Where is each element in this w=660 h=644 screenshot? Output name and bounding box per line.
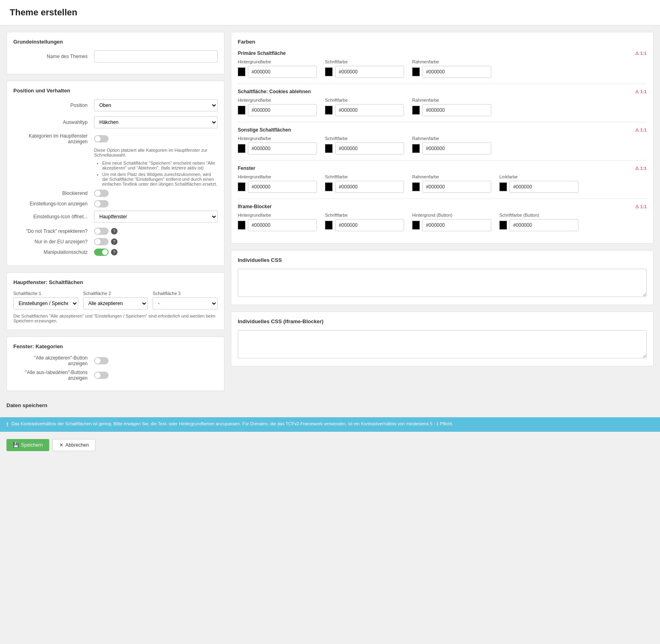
fenster-rahmen-swatch[interactable] (412, 182, 420, 191)
fenster-schrift-input[interactable] (335, 181, 404, 193)
einstellungs-oeffnet-row: Einstellungs-Icon öffnet... Hauptfenster… (13, 211, 218, 223)
sonstige-rahmen-swatch[interactable] (412, 144, 420, 153)
save-button[interactable]: 💾 Speichern (6, 439, 49, 451)
sonstige-schrift-input[interactable] (335, 142, 404, 155)
sonstige-rahmen-input[interactable] (422, 142, 491, 155)
fenster-schrift: Schriftfarbe (325, 174, 404, 193)
iframe-hintergrund-button-input[interactable] (422, 219, 491, 231)
fenster-rahmen-input[interactable] (422, 181, 491, 193)
manipulationsschutz-row: Manipulationsschutz ? (13, 249, 218, 256)
ablehnen-schrift-input[interactable] (335, 104, 404, 116)
ablehnen-section-title: Schaltfläche: Cookies ablehnen ⚠ 1:1 (238, 89, 647, 94)
kategorien-label: Kategorien im Hauptfenster anzeigen (13, 133, 94, 144)
schaltflaeche1-label: Schaltfläche 1 (13, 291, 78, 296)
individuelles-css-title: Individuelles CSS (238, 257, 647, 263)
iframe-contrast: ⚠ 1:1 (635, 204, 647, 209)
primaere-hintergrund: Hintergrundfarbe (238, 59, 317, 78)
iframe-section-title: Iframe-Blocker ⚠ 1:1 (238, 204, 647, 209)
floppy-icon: 💾 (13, 442, 19, 448)
do-not-track-label: "Do not Track" respektieren? (13, 228, 94, 234)
iframe-schrift-button-input[interactable] (509, 219, 578, 231)
iframe-color-row: Hintergrundfarbe Schriftfarbe Hintergrun… (238, 213, 647, 231)
individuelles-css-iframe-textarea[interactable] (238, 330, 647, 358)
iframe-hintergrund-swatch[interactable] (238, 221, 245, 230)
primaere-hintergrund-swatch[interactable] (238, 67, 245, 76)
alert-icon: ! (6, 421, 8, 428)
auswahltyp-select[interactable]: Häkchen Schalter (94, 116, 218, 128)
grundeinstellungen-title: Grundeinstellungen (13, 39, 218, 45)
iframe-schrift-input[interactable] (335, 219, 404, 231)
ablehnen-hintergrund-swatch[interactable] (238, 106, 245, 115)
daten-speichern-title: Daten speichern (6, 402, 654, 408)
cancel-button[interactable]: ✕ Abbrechen (52, 439, 96, 451)
farben-card: Farben Primäre Schaltfläche ⚠ 1:1 Hinter… (231, 32, 654, 244)
theme-name-input[interactable] (94, 50, 218, 63)
primaere-hintergrund-input[interactable] (248, 66, 317, 78)
einstellungs-oeffnet-select[interactable]: Hauptfenster Einstellungsfenster (94, 211, 218, 223)
hauptfenster-card: Hauptfenster: Schaltflächen Schaltfläche… (6, 272, 224, 330)
iframe-schrift: Schriftfarbe (325, 213, 404, 231)
alle-akzeptieren-toggle[interactable] (94, 357, 109, 364)
ablehnen-hintergrund-input[interactable] (248, 104, 317, 116)
ablehnen-rahmen-input[interactable] (422, 104, 491, 116)
individuelles-css-textarea[interactable] (238, 269, 647, 297)
nur-eu-row: Nur in der EU anzeigen? ? (13, 238, 218, 245)
sonstige-schrift-swatch[interactable] (325, 144, 333, 153)
sonstige-hintergrund-input[interactable] (248, 142, 317, 155)
alle-abwaehlen-toggle[interactable] (94, 372, 109, 379)
fenster-hintergrund-input[interactable] (248, 181, 317, 193)
do-not-track-toggle[interactable] (94, 228, 109, 235)
iframe-schrift-button-swatch[interactable] (499, 221, 507, 230)
fenster-kategorien-card: Fenster: Kategorien "Alle akzeptieren"-B… (6, 337, 224, 391)
manipulationsschutz-toggle[interactable] (94, 249, 109, 256)
einstellungs-icon-row: Einstellungs-Icon anzeigen (13, 200, 218, 207)
nur-eu-help-icon[interactable]: ? (111, 238, 117, 245)
iframe-hintergrund-button-swatch[interactable] (412, 221, 420, 230)
individuelles-css-iframe-card: Individuelles CSS (Iframe-Blocker) (231, 312, 654, 366)
kategorien-bullets: Eine neue Schaltfläche "Speichern" ersch… (102, 161, 218, 186)
fenster-link-swatch[interactable] (499, 182, 507, 191)
sonstige-rahmen: Rahmenfarbe (412, 136, 491, 155)
sonstige-hintergrund-swatch[interactable] (238, 144, 245, 153)
schaltflaeche3-label: Schaltfläche 3 (153, 291, 218, 296)
fenster-link: Linkfarbe (499, 174, 578, 193)
position-label: Position (13, 102, 94, 108)
fenster-hintergrund-swatch[interactable] (238, 182, 245, 191)
fenster-link-input[interactable] (509, 181, 578, 193)
primaere-schrift-input[interactable] (335, 66, 404, 78)
hauptfenster-title: Hauptfenster: Schaltflächen (13, 279, 218, 285)
schaltflaeche3-select[interactable]: - Alle akzeptieren Ablehnen (153, 297, 218, 309)
nur-eu-toggle[interactable] (94, 238, 109, 245)
ablehnen-rahmen-swatch[interactable] (412, 106, 420, 115)
position-select[interactable]: Oben Unten Links Rechts (94, 99, 218, 111)
fenster-schrift-swatch[interactable] (325, 182, 333, 191)
schaltflaeche1-group: Schaltfläche 1 Einstellungen / Speichern… (13, 291, 78, 309)
fenster-hintergrund: Hintergrundfarbe (238, 174, 317, 193)
do-not-track-help-icon[interactable]: ? (111, 228, 117, 234)
blockierend-toggle[interactable] (94, 190, 109, 197)
position-verhalten-title: Position und Verhalten (13, 88, 218, 94)
kategorien-row: Kategorien im Hauptfenster anzeigen (13, 133, 218, 144)
primaere-schrift-swatch[interactable] (325, 67, 333, 76)
schaltflaeche1-select[interactable]: Einstellungen / Speichern Alle akzeptier… (13, 297, 78, 309)
schaltflaeche2-label: Schaltfläche 2 (83, 291, 148, 296)
page-title: Theme erstellen (10, 7, 650, 18)
alert-bar: ! Das Kontrastverhältnis der Schaltfläch… (0, 417, 660, 432)
alle-akzeptieren-button-row: "Alle akzeptieren"-Button anzeigen (13, 355, 218, 366)
einstellungs-icon-toggle[interactable] (94, 200, 109, 207)
schaltflaeche2-select[interactable]: Alle akzeptieren Einstellungen / Speiche… (83, 297, 148, 309)
iframe-hintergrund-input[interactable] (248, 219, 317, 231)
manipulationsschutz-help-icon[interactable]: ? (111, 249, 117, 255)
iframe-schrift-swatch[interactable] (325, 221, 333, 230)
sonstige-schrift: Schriftfarbe (325, 136, 404, 155)
ablehnen-hintergrund: Hintergrundfarbe (238, 98, 317, 116)
sonstige-color-row: Hintergrundfarbe Schriftfarbe Rahmenfarb… (238, 136, 647, 155)
ablehnen-schrift-swatch[interactable] (325, 106, 333, 115)
auswahltyp-label: Auswahltyp (13, 119, 94, 125)
primaere-section-title: Primäre Schaltfläche ⚠ 1:1 (238, 50, 647, 56)
primaere-rahmen-swatch[interactable] (412, 67, 420, 76)
primaere-rahmen-input[interactable] (422, 66, 491, 78)
individuelles-css-card: Individuelles CSS (231, 250, 654, 305)
kategorien-toggle[interactable] (94, 135, 109, 142)
manipulationsschutz-label: Manipulationsschutz (13, 249, 94, 255)
